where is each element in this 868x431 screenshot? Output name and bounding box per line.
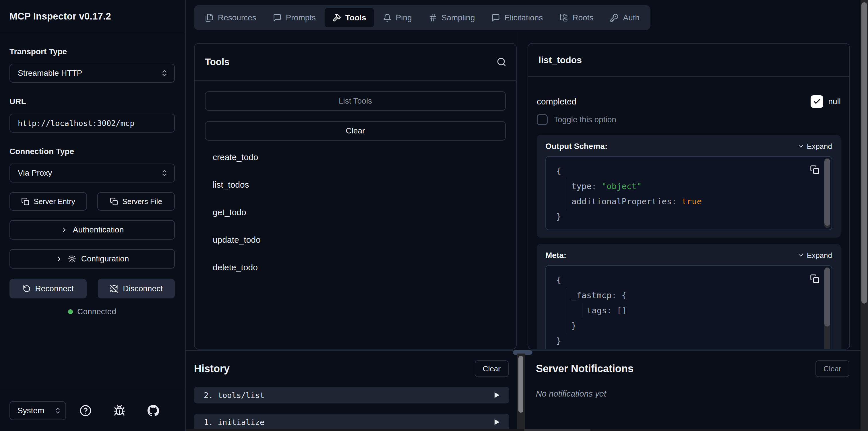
tab-bar: ResourcesPromptsToolsPingSamplingElicita… [194,5,650,30]
disconnect-button[interactable]: Disconnect [98,279,175,299]
transport-type-value: Streamable HTTP [18,69,82,78]
disconnect-label: Disconnect [123,284,163,293]
code-line: tags: [] [556,303,800,318]
history-list: 2. tools/list1. initialize [186,377,517,430]
reconnect-label: Reconnect [35,284,74,293]
files-icon [205,13,214,22]
server-entry-button[interactable]: Server Entry [9,192,87,211]
window-scrollbar[interactable] [861,0,868,431]
expand-label: Expand [807,251,832,260]
tab-label: Elicitations [504,13,543,22]
tab-prompts[interactable]: Prompts [265,8,323,27]
notifications-clear-button[interactable]: Clear [815,361,849,377]
tab-label: Sampling [441,13,475,22]
authentication-button[interactable]: Authentication [9,220,175,240]
connection-type-value: Via Proxy [18,168,52,178]
output-schema-expand-button[interactable]: Expand [797,142,832,151]
bug-icon[interactable] [113,405,125,417]
app-title: MCP Inspector v0.17.2 [9,11,111,22]
servers-file-button[interactable]: Servers File [97,192,175,211]
code-line: } [556,318,800,333]
copy-icon[interactable] [810,164,819,174]
no-notifications-text: No notifications yet [536,389,861,399]
code-scrollbar[interactable] [825,267,830,349]
theme-value: System [18,406,44,415]
url-input[interactable]: http://localhost:3002/mcp [9,114,175,132]
param-name: completed [537,97,577,106]
code-line: } [556,333,800,349]
history-row[interactable]: 1. initialize [194,414,509,430]
tool-item-update_todo[interactable]: update_todo [205,226,506,254]
tools-panel: Tools List Tools Clear create_todolist_t… [194,43,517,349]
history-clear-button[interactable]: Clear [475,361,508,377]
expand-triangle-icon [495,391,499,400]
list-tools-button[interactable]: List Tools [205,91,506,111]
tab-roots[interactable]: Roots [552,8,601,27]
sidebar: MCP Inspector v0.17.2 Transport Type Str… [0,0,186,431]
server-notifications-panel: Server Notifications Clear No notificati… [526,353,861,431]
tool-item-delete_todo[interactable]: delete_todo [205,254,506,281]
authentication-label: Authentication [73,225,124,235]
connection-type-label: Connection Type [9,147,175,156]
meta-expand-button[interactable]: Expand [797,251,832,260]
code-line: { [556,273,800,288]
hammer-icon [332,13,341,22]
null-checkbox[interactable] [811,95,823,108]
pane-separator[interactable] [518,32,518,350]
history-row-label: 1. initialize [204,418,265,427]
tab-resources[interactable]: Resources [197,8,264,27]
tab-tools[interactable]: Tools [324,8,374,27]
copy-icon[interactable] [810,273,819,283]
history-row-label: 2. tools/list [204,391,265,400]
rotate-ccw-icon [23,285,31,293]
tab-ping[interactable]: Ping [375,8,420,27]
tab-sampling[interactable]: Sampling [421,8,483,27]
code-scrollbar[interactable] [825,158,830,228]
tool-item-list_todos[interactable]: list_todos [205,171,506,198]
history-row[interactable]: 2. tools/list [194,387,509,403]
bell-icon [383,13,392,22]
tab-elicitations[interactable]: Elicitations [484,8,551,27]
tab-label: Roots [572,13,593,22]
reconnect-button[interactable]: Reconnect [9,279,87,299]
servers-file-label: Servers File [122,197,162,206]
connected-dot [68,309,73,314]
copy-icon [21,197,29,206]
history-title: History [194,363,229,375]
null-label: null [828,97,841,106]
github-icon[interactable] [147,405,159,417]
tool-item-create_todo[interactable]: create_todo [205,144,506,171]
help-circle-icon[interactable] [80,405,92,417]
refresh-off-icon [110,284,118,293]
transport-type-select[interactable]: Streamable HTTP [9,64,175,83]
code-line: additionalProperties: true [556,194,800,209]
connection-type-select[interactable]: Via Proxy [9,163,175,183]
scrollbar-thumb[interactable] [861,2,867,304]
transport-type-label: Transport Type [9,47,175,56]
scrollbar-thumb[interactable] [518,356,523,413]
output-schema-section: Output Schema: Expand {type: "object"add… [537,135,841,238]
tool-item-get_todo[interactable]: get_todo [205,198,506,226]
configuration-button[interactable]: Configuration [9,249,175,269]
clear-tools-button[interactable]: Clear [205,121,506,141]
theme-select[interactable]: System [9,401,66,420]
chevrons-up-down-icon [160,69,168,77]
tool-list: create_todolist_todosget_todoupdate_todo… [205,144,506,281]
message-square-icon [273,13,282,22]
copy-icon [110,197,118,206]
search-icon[interactable] [497,57,506,67]
toggle-checkbox[interactable] [537,114,548,125]
history-scrollbar[interactable] [517,353,525,431]
output-schema-code: {type: "object"additionalProperties: tru… [546,156,832,230]
output-schema-title: Output Schema: [546,142,608,151]
key-icon [610,13,619,22]
server-entry-label: Server Entry [34,197,75,206]
toggle-label: Toggle this option [554,115,616,124]
meta-code: {_fastmcp: {tags: []}} [546,265,832,349]
scrollbar-thumb[interactable] [524,429,590,431]
hash-icon [429,13,437,22]
url-value: http://localhost:3002/mcp [18,119,134,128]
code-line: type: "object" [556,179,800,194]
tab-auth[interactable]: Auth [602,8,647,27]
horizontal-scrollbar[interactable] [186,429,861,431]
